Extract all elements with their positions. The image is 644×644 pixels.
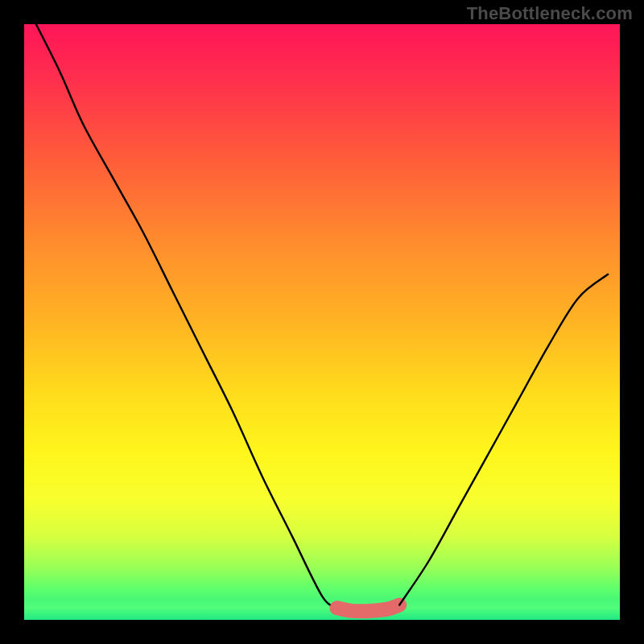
watermark-text: TheBottleneck.com	[467, 3, 633, 24]
chart-frame: TheBottleneck.com	[0, 0, 644, 644]
curve-layer	[24, 24, 620, 620]
right-curve	[399, 275, 608, 605]
left-curve	[36, 24, 337, 608]
plot-area	[24, 24, 620, 620]
flat-zone	[337, 605, 400, 612]
